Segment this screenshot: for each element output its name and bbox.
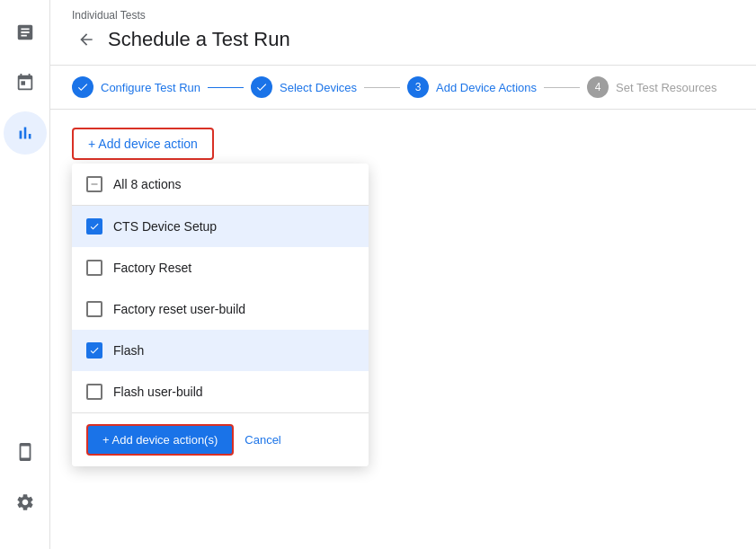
connector-1: [208, 87, 244, 88]
step-4-circle: 4: [587, 76, 609, 98]
dropdown-panel: All 8 actions CTS Device Setup Factory R…: [72, 164, 369, 466]
step-2-circle: [251, 76, 272, 98]
sidebar-item-devices[interactable]: [4, 430, 47, 474]
stepper: Configure Test Run Select Devices 3 Add …: [50, 65, 756, 110]
step-3: 3 Add Device Actions: [407, 76, 537, 98]
sidebar: [0, 0, 50, 549]
step-3-circle: 3: [407, 76, 429, 98]
list-item-flash[interactable]: Flash: [72, 330, 369, 371]
step-1-label: Configure Test Run: [101, 81, 200, 94]
cts-checkbox[interactable]: [86, 218, 102, 235]
step-2-label: Select Devices: [280, 81, 357, 94]
add-device-action-button[interactable]: + Add device action: [72, 128, 214, 160]
sidebar-item-tasks[interactable]: [4, 11, 47, 54]
step-1-circle: [72, 76, 93, 98]
all-actions-checkbox[interactable]: [86, 176, 102, 192]
factory-reset-user-checkbox[interactable]: [86, 301, 102, 317]
back-button[interactable]: [72, 25, 101, 54]
step-2: Select Devices: [251, 76, 357, 98]
all-actions-item[interactable]: All 8 actions: [72, 164, 369, 206]
sidebar-item-settings[interactable]: [4, 481, 47, 524]
dropdown-footer: + Add device action(s) Cancel: [72, 412, 369, 466]
all-actions-label: All 8 actions: [113, 177, 181, 191]
step-4: 4 Set Test Resources: [587, 76, 716, 98]
main-content: Individual Tests Schedule a Test Run Con…: [50, 0, 756, 549]
flash-user-checkbox[interactable]: [86, 384, 102, 400]
step-1: Configure Test Run: [72, 76, 200, 98]
list-item-flash-user[interactable]: Flash user-build: [72, 371, 369, 412]
add-actions-button[interactable]: + Add device action(s): [86, 424, 234, 456]
flash-label: Flash: [113, 343, 144, 358]
page-title: Schedule a Test Run: [108, 28, 290, 51]
sidebar-item-analytics[interactable]: [4, 111, 47, 155]
dropdown-list: All 8 actions CTS Device Setup Factory R…: [72, 164, 369, 412]
step-3-label: Add Device Actions: [436, 81, 537, 94]
list-item-factory-reset[interactable]: Factory Reset: [72, 247, 369, 288]
header: Schedule a Test Run: [50, 22, 756, 65]
list-item-factory-reset-user[interactable]: Factory reset user-build: [72, 288, 369, 330]
sidebar-item-calendar[interactable]: [4, 61, 47, 104]
flash-user-label: Flash user-build: [113, 385, 203, 399]
factory-reset-checkbox[interactable]: [86, 260, 102, 276]
breadcrumb: Individual Tests: [50, 0, 756, 22]
flash-checkbox[interactable]: [86, 342, 102, 359]
factory-reset-label: Factory Reset: [113, 261, 191, 275]
step-4-label: Set Test Resources: [616, 81, 716, 94]
list-item-cts[interactable]: CTS Device Setup: [72, 206, 369, 247]
content-area: + Add device action All 8 actions: [50, 110, 756, 549]
factory-reset-user-label: Factory reset user-build: [113, 302, 245, 316]
connector-2: [364, 87, 400, 88]
cancel-button[interactable]: Cancel: [245, 433, 280, 447]
cts-label: CTS Device Setup: [113, 219, 217, 234]
connector-3: [544, 87, 580, 88]
